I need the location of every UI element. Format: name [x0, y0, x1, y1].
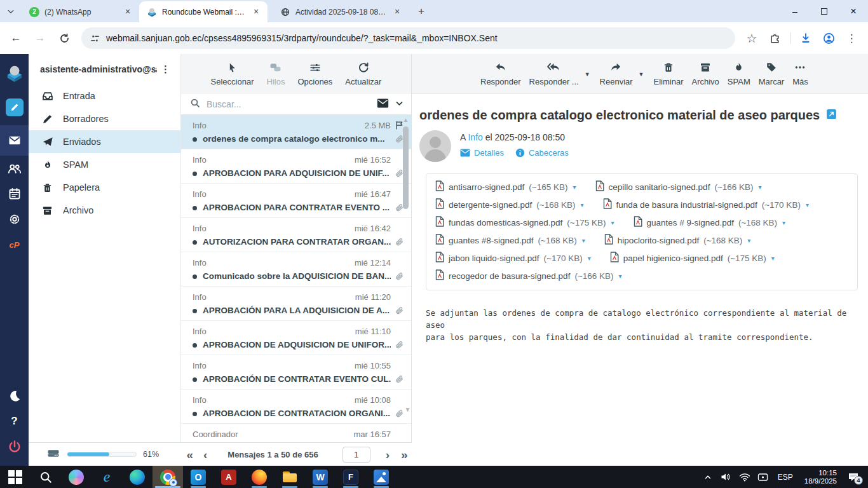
- start-button[interactable]: [0, 466, 31, 488]
- message-list-item[interactable]: Info mié 16:42 AUTORIZACION PARA CONTRAT…: [181, 218, 411, 252]
- attachment-item[interactable]: recogedor de basura-signed.pdf (~166 KB)…: [435, 268, 622, 283]
- attachment-caret-icon[interactable]: ▾: [582, 237, 585, 244]
- list-scrollbar[interactable]: ▲: [402, 117, 409, 442]
- firefox-button[interactable]: [244, 466, 275, 488]
- message-list-item[interactable]: Info mié 12:14 Comunicado sobre la ADQUI…: [181, 252, 411, 287]
- photos-button[interactable]: [366, 466, 397, 488]
- attachment-item[interactable]: guantes #8-signed.pdf (~168 KB) ▾: [435, 233, 585, 248]
- sidebar-folder-item[interactable]: Borradores: [29, 107, 180, 130]
- attachment-caret-icon[interactable]: ▾: [588, 255, 591, 262]
- downloads-icon[interactable]: [796, 28, 816, 48]
- message-list-item[interactable]: Coordinador mar 16:57: [181, 424, 411, 442]
- attachment-caret-icon[interactable]: ▾: [619, 273, 622, 280]
- dark-mode-icon[interactable]: [0, 383, 29, 409]
- mark-button[interactable]: Marcar: [759, 60, 784, 86]
- delete-button[interactable]: Eliminar: [654, 60, 684, 86]
- rail-settings-button[interactable]: [0, 207, 29, 232]
- attachment-caret-icon[interactable]: ▾: [771, 255, 775, 262]
- screen-cast-icon[interactable]: [756, 470, 770, 485]
- internet-explorer-button[interactable]: e: [92, 466, 122, 488]
- forward-caret-icon[interactable]: ▼: [639, 71, 644, 78]
- reply-all-caret-icon[interactable]: ▼: [585, 71, 590, 78]
- attachment-item[interactable]: hipoclorito-signed.pdf (~168 KB) ▾: [604, 233, 751, 248]
- more-button[interactable]: Más: [792, 60, 808, 86]
- attachment-item[interactable]: jabon liquido-signed.pdf (~170 KB) ▾: [435, 250, 591, 266]
- recipient-link[interactable]: Info: [468, 132, 482, 142]
- message-list-item[interactable]: Info mié 11:20 APROBACIÓN PARA LA ADQUIS…: [181, 287, 411, 321]
- acrobat-button[interactable]: A: [214, 466, 244, 488]
- tab-close-icon[interactable]: ×: [392, 7, 402, 17]
- attachment-caret-icon[interactable]: ▾: [573, 184, 576, 191]
- attachment-caret-icon[interactable]: ▾: [759, 184, 762, 191]
- window-minimize-button[interactable]: –: [780, 0, 810, 22]
- open-in-new-window-icon[interactable]: [826, 109, 837, 122]
- forward-button[interactable]: Reenviar: [600, 60, 633, 86]
- attachment-item[interactable]: fundas domesticas-signed.pdf (~175 KB) ▾: [435, 215, 614, 230]
- message-list-item[interactable]: Info mié 10:08 APROBACION DE CONTRATACIO…: [181, 390, 411, 424]
- tab-close-icon[interactable]: ×: [123, 7, 133, 17]
- sidebar-folder-item[interactable]: SPAM: [29, 153, 180, 176]
- sidebar-folder-item[interactable]: Entrada: [29, 85, 180, 107]
- edge-button[interactable]: [122, 466, 153, 488]
- wifi-icon[interactable]: [738, 470, 752, 485]
- browser-menu-icon[interactable]: ⋮: [841, 28, 862, 48]
- file-explorer-button[interactable]: [275, 466, 305, 488]
- sidebar-folder-item[interactable]: Archivo: [29, 199, 180, 222]
- word-button[interactable]: W: [305, 466, 336, 488]
- prev-page-button[interactable]: ‹: [202, 449, 208, 461]
- roundcube-logo-icon[interactable]: [0, 59, 29, 87]
- attachment-item[interactable]: antisarro-signed.pdf (~165 KB) ▾: [435, 179, 576, 194]
- reply-all-button[interactable]: Responder ...: [529, 60, 579, 86]
- rail-mail-button[interactable]: [0, 125, 29, 156]
- extensions-icon[interactable]: [764, 28, 785, 48]
- chrome-button[interactable]: [153, 466, 183, 488]
- tab-roundcube[interactable]: Roundcube Webmail :: Enviados ×: [139, 1, 268, 22]
- select-button[interactable]: Seleccionar: [211, 60, 254, 86]
- archive-button[interactable]: Archivo: [692, 60, 719, 86]
- next-page-button[interactable]: ›: [384, 449, 391, 461]
- back-icon[interactable]: ←: [5, 27, 27, 49]
- new-tab-button[interactable]: +: [412, 3, 430, 20]
- logout-power-icon[interactable]: [0, 434, 29, 459]
- tab-whatsapp[interactable]: 2 (2) WhatsApp ×: [22, 1, 139, 22]
- copilot-button[interactable]: [61, 466, 92, 488]
- language-indicator[interactable]: ESP: [775, 473, 796, 482]
- refresh-button[interactable]: Actualizar: [345, 60, 381, 86]
- tab-close-icon[interactable]: ×: [251, 7, 261, 17]
- attachment-caret-icon[interactable]: ▾: [782, 219, 785, 226]
- volume-icon[interactable]: [719, 470, 733, 485]
- attachment-item[interactable]: guantes # 9-signed.pdf (~168 KB) ▾: [634, 215, 786, 230]
- tab-actividad[interactable]: Actividad 2025-09-18 08:00:00 ×: [273, 1, 409, 22]
- attachment-item[interactable]: cepillo sanitario-signed.pdf (~166 KB) ▾: [595, 179, 762, 194]
- window-close-button[interactable]: ×: [839, 0, 868, 22]
- headers-toggle[interactable]: Cabeceras: [515, 148, 569, 158]
- attachment-item[interactable]: detergente-signed.pdf (~168 KB) ▾: [435, 197, 584, 212]
- message-list-item[interactable]: Info mié 11:10 APROBACION DE ADQUISICION…: [181, 321, 411, 355]
- f-app-button[interactable]: F: [336, 466, 366, 488]
- details-toggle[interactable]: Detalles: [460, 148, 504, 158]
- sidebar-folder-item[interactable]: Papelera: [29, 176, 180, 199]
- cpanel-icon[interactable]: cP: [0, 232, 29, 257]
- message-list-item[interactable]: Info 2.5 MB ordenes de compra catalogo e…: [181, 115, 411, 149]
- reload-icon[interactable]: [53, 27, 75, 49]
- tray-chevron-up-icon[interactable]: [701, 470, 715, 485]
- tab-search-chevron-icon[interactable]: [0, 0, 22, 22]
- last-page-button[interactable]: »: [400, 449, 408, 461]
- attachment-caret-icon[interactable]: ▾: [806, 201, 809, 208]
- scrollbar-thumb[interactable]: [403, 126, 409, 209]
- taskbar-clock[interactable]: 10:15 18/9/2025: [801, 469, 841, 485]
- taskbar-search-button[interactable]: [31, 466, 61, 488]
- compose-button[interactable]: [0, 95, 29, 120]
- rail-contacts-button[interactable]: [0, 156, 29, 181]
- attachment-caret-icon[interactable]: ▾: [747, 237, 750, 244]
- profile-icon[interactable]: [818, 28, 839, 48]
- url-bar[interactable]: webmail.sanjuan.gob.ec/cpsess4895969315/…: [81, 27, 735, 49]
- sidebar-folder-item[interactable]: Enviados: [29, 130, 180, 153]
- attachment-caret-icon[interactable]: ▾: [611, 219, 614, 226]
- message-list-item[interactable]: Info mié 10:55 APROBACIÓN DE CONTRATAR E…: [181, 355, 411, 390]
- outlook-button[interactable]: O: [183, 466, 214, 488]
- account-menu-icon[interactable]: ⋮: [157, 64, 174, 75]
- options-button[interactable]: Opciones: [297, 60, 332, 86]
- attachment-item[interactable]: funda de basura industrial-signed.pdf (~…: [603, 197, 809, 212]
- scope-envelope-icon[interactable]: [377, 98, 389, 111]
